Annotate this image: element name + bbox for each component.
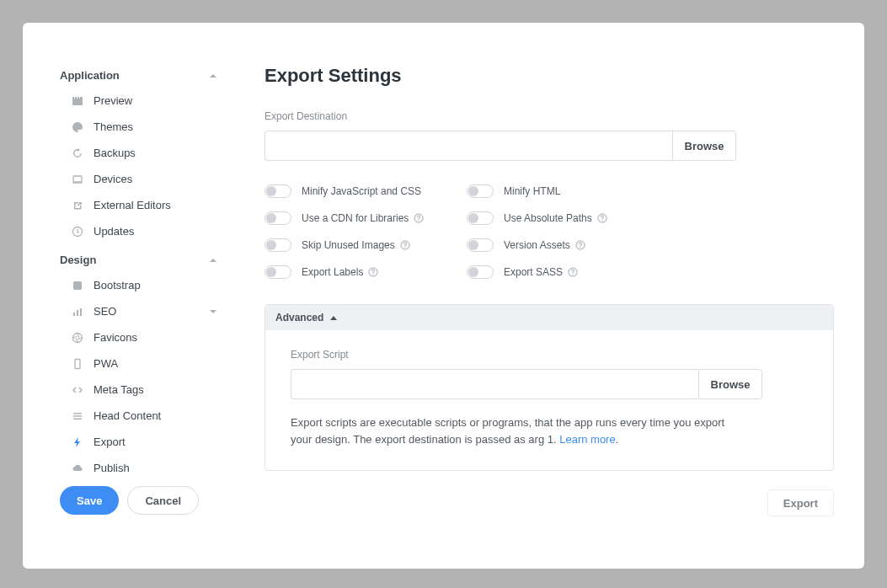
sidebar-section-application[interactable]: Application [60, 65, 224, 86]
toggle-minify-js-css: Minify JavaScript and CSS [264, 184, 467, 198]
toggle-label: Export SASS [504, 266, 563, 278]
description-text: Export scripts are executable scripts or… [291, 416, 724, 446]
svg-rect-1 [74, 97, 75, 99]
svg-rect-13 [73, 413, 82, 414]
sidebar-item-export[interactable]: Export [60, 429, 224, 455]
toggle-label: Export Labels [302, 266, 363, 278]
sidebar-item-label: Devices [94, 173, 132, 185]
advanced-header-label: Advanced [275, 312, 323, 323]
help-icon[interactable] [575, 240, 585, 250]
aperture-icon [72, 332, 83, 344]
section-title: Design [60, 254, 96, 266]
sidebar: Application Preview Themes Backups Devic… [23, 23, 244, 569]
sidebar-item-devices[interactable]: Devices [60, 166, 224, 192]
advanced-panel: Advanced Export Script Browse Export scr… [264, 304, 834, 471]
toggle-absolute-paths: Use Absolute Paths [467, 211, 669, 225]
sidebar-item-publish[interactable]: Publish [60, 455, 224, 481]
clock-icon [72, 226, 83, 238]
lines-icon [72, 410, 83, 422]
sidebar-design-list: Bootstrap SEO Favicons PWA Meta Tags [60, 272, 224, 481]
svg-rect-5 [72, 182, 83, 183]
chevron-down-icon [209, 307, 217, 316]
palette-icon [72, 121, 83, 133]
sidebar-item-favicons[interactable]: Favicons [60, 324, 224, 350]
browse-script-button[interactable]: Browse [698, 369, 762, 399]
help-icon[interactable] [597, 213, 607, 223]
svg-rect-2 [77, 97, 77, 99]
mobile-icon [72, 358, 83, 370]
content: Export Settings Export Destination Brows… [244, 23, 864, 569]
help-icon[interactable] [368, 267, 378, 277]
refresh-icon [72, 147, 83, 159]
switch[interactable] [467, 211, 494, 225]
save-button[interactable]: Save [60, 486, 119, 515]
toggle-label: Minify JavaScript and CSS [302, 185, 421, 197]
sidebar-footer: Save Cancel [60, 486, 224, 548]
export-destination-label: Export Destination [264, 110, 834, 122]
section-title: Application [60, 69, 120, 82]
export-destination-input[interactable] [264, 131, 672, 161]
sidebar-item-updates[interactable]: Updates [60, 218, 224, 244]
switch[interactable] [467, 265, 494, 279]
toggle-version-assets: Version Assets [467, 238, 669, 252]
cancel-button[interactable]: Cancel [127, 486, 199, 515]
chart-icon [72, 306, 83, 318]
svg-rect-9 [77, 310, 78, 316]
toggle-label: Minify HTML [504, 185, 560, 197]
content-footer: Export [264, 489, 834, 543]
sidebar-item-themes[interactable]: Themes [60, 114, 224, 140]
learn-more-link[interactable]: Learn more [559, 433, 615, 446]
sidebar-section-design[interactable]: Design [60, 249, 224, 270]
export-script-input[interactable] [291, 369, 698, 399]
sidebar-item-backups[interactable]: Backups [60, 140, 224, 166]
sidebar-item-preview[interactable]: Preview [60, 88, 224, 114]
sidebar-item-label: Publish [94, 462, 130, 474]
description-period: . [616, 433, 619, 446]
switch[interactable] [264, 265, 291, 279]
page-title: Export Settings [264, 65, 834, 87]
sidebar-item-label: Preview [94, 94, 132, 107]
sidebar-item-bootstrap[interactable]: Bootstrap [60, 272, 224, 298]
sidebar-item-external-editors[interactable]: External Editors [60, 192, 224, 218]
switch[interactable] [467, 238, 494, 252]
external-icon [72, 200, 83, 211]
sidebar-item-head-content[interactable]: Head Content [60, 403, 224, 429]
help-icon[interactable] [400, 240, 410, 250]
toggle-label: Use a CDN for Libraries [302, 212, 409, 224]
laptop-icon [72, 174, 83, 185]
svg-rect-10 [80, 308, 82, 316]
caret-up-icon [330, 316, 337, 320]
switch[interactable] [264, 184, 291, 198]
sidebar-item-meta-tags[interactable]: Meta Tags [60, 377, 224, 403]
advanced-header[interactable]: Advanced [265, 305, 833, 330]
help-icon[interactable] [568, 267, 578, 277]
bootstrap-icon [72, 280, 83, 291]
toggle-minify-html: Minify HTML [467, 184, 669, 198]
switch[interactable] [467, 184, 494, 198]
sidebar-application-list: Preview Themes Backups Devices External … [60, 88, 224, 244]
svg-rect-7 [73, 281, 82, 290]
bolt-icon [72, 436, 83, 448]
svg-rect-3 [79, 97, 80, 99]
switch[interactable] [264, 238, 291, 252]
sidebar-item-label: Meta Tags [94, 383, 144, 396]
sidebar-item-pwa[interactable]: PWA [60, 350, 224, 377]
sidebar-item-label: Updates [94, 225, 134, 238]
sidebar-item-label: SEO [94, 305, 116, 318]
advanced-body: Export Script Browse Export scripts are … [265, 330, 833, 470]
export-button[interactable]: Export [767, 489, 834, 516]
toggle-label: Use Absolute Paths [504, 212, 592, 224]
browse-destination-button[interactable]: Browse [672, 131, 736, 161]
sidebar-item-seo[interactable]: SEO [60, 298, 224, 324]
sidebar-item-label: Themes [94, 120, 133, 133]
export-destination-group: Browse [264, 131, 736, 161]
sidebar-item-label: PWA [94, 357, 118, 370]
help-icon[interactable] [414, 213, 424, 223]
sidebar-item-label: Export [94, 436, 126, 448]
sidebar-item-label: Favicons [94, 331, 137, 344]
svg-rect-15 [73, 418, 82, 420]
switch[interactable] [264, 211, 291, 225]
toggle-skip-images: Skip Unused Images [264, 238, 467, 252]
sidebar-item-label: Bootstrap [94, 279, 141, 291]
toggle-label: Skip Unused Images [302, 239, 395, 251]
